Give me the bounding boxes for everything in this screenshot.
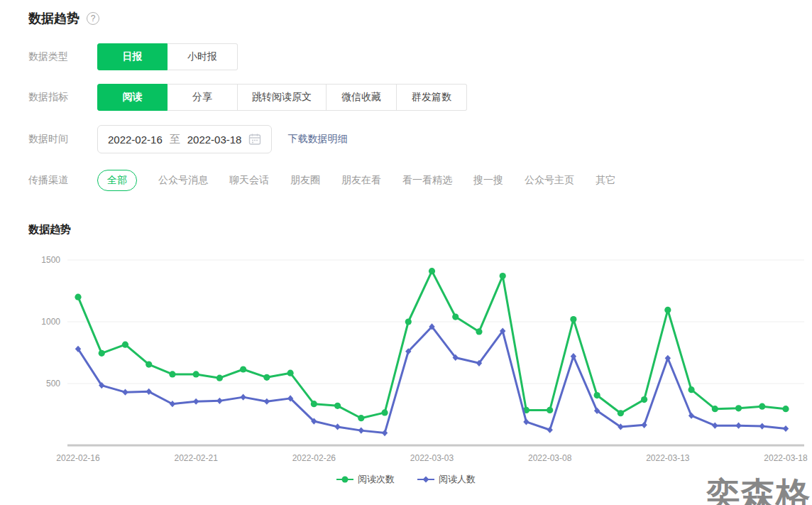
time-row: 数据时间 2022-02-16 至 2022-03-18 下载数据明细 [28, 125, 347, 153]
svg-text:2022-03-03: 2022-03-03 [410, 453, 454, 463]
data-type-hourly-button[interactable]: 小时报 [168, 43, 238, 70]
svg-text:2022-02-21: 2022-02-21 [174, 453, 218, 463]
svg-text:500: 500 [46, 379, 60, 389]
metric-button-group: 阅读 分享 跳转阅读原文 微信收藏 群发篇数 [97, 84, 467, 111]
channel-chat-session[interactable]: 聊天会话 [229, 174, 269, 187]
svg-text:2022-02-16: 2022-02-16 [56, 453, 100, 463]
data-type-label: 数据类型 [28, 50, 97, 63]
calendar-icon[interactable] [248, 133, 261, 146]
chart-legend: 阅读次数 阅读人数 [0, 473, 812, 486]
channel-top-stories[interactable]: 看一看精选 [402, 174, 452, 187]
channel-all[interactable]: 全部 [97, 170, 137, 191]
data-trends-page: 数据趋势 ? 数据类型 日报 小时报 数据指标 阅读 分享 跳转阅读原文 微信收… [0, 0, 812, 505]
channel-friends-watching[interactable]: 朋友在看 [341, 174, 381, 187]
page-header: 数据趋势 ? [28, 10, 99, 27]
data-type-daily-button[interactable]: 日报 [97, 43, 168, 70]
svg-text:1000: 1000 [41, 317, 60, 327]
channel-official-account-message[interactable]: 公众号消息 [158, 174, 208, 187]
channel-filter-list: 全部 公众号消息 聊天会话 朋友圈 朋友在看 看一看精选 搜一搜 公众号主页 其… [97, 170, 615, 191]
legend-marker-diamond [417, 475, 434, 484]
metric-row: 数据指标 阅读 分享 跳转阅读原文 微信收藏 群发篇数 [28, 84, 467, 111]
channel-row: 传播渠道 全部 公众号消息 聊天会话 朋友圈 朋友在看 看一看精选 搜一搜 公众… [28, 170, 615, 191]
data-type-row: 数据类型 日报 小时报 [28, 43, 238, 70]
svg-text:2022-02-26: 2022-02-26 [292, 453, 336, 463]
watermark-logo: 奕森格 [706, 478, 811, 505]
svg-text:2022-03-18: 2022-03-18 [764, 453, 808, 463]
channel-account-homepage[interactable]: 公众号主页 [525, 174, 574, 187]
channel-moments[interactable]: 朋友圈 [290, 174, 320, 187]
metric-share-button[interactable]: 分享 [168, 84, 238, 111]
date-range-picker[interactable]: 2022-02-16 至 2022-03-18 [97, 125, 272, 153]
svg-text:2022-03-08: 2022-03-08 [528, 453, 572, 463]
channel-other[interactable]: 其它 [596, 174, 615, 187]
metric-jump-original-button[interactable]: 跳转阅读原文 [238, 84, 327, 111]
metric-label: 数据指标 [28, 91, 97, 104]
date-separator: 至 [170, 133, 180, 146]
trend-line-chart[interactable]: 500100015002022-02-162022-02-212022-02-2… [0, 245, 812, 469]
data-type-button-group: 日报 小时报 [97, 43, 238, 70]
help-icon[interactable]: ? [87, 12, 99, 25]
legend-marker-circle [336, 475, 353, 484]
date-end[interactable]: 2022-03-18 [187, 134, 242, 146]
download-data-link[interactable]: 下载数据明细 [287, 133, 347, 146]
channel-search[interactable]: 搜一搜 [473, 174, 503, 187]
legend-item-read-count[interactable]: 阅读次数 [336, 473, 395, 486]
metric-wechat-favorite-button[interactable]: 微信收藏 [327, 84, 397, 111]
metric-read-button[interactable]: 阅读 [97, 84, 168, 111]
page-title: 数据趋势 [28, 10, 79, 27]
legend-label-read-count: 阅读次数 [358, 473, 395, 486]
svg-text:1500: 1500 [41, 255, 60, 265]
channel-label: 传播渠道 [28, 174, 97, 187]
svg-text:2022-03-13: 2022-03-13 [646, 453, 690, 463]
legend-label-reader-count: 阅读人数 [439, 473, 476, 486]
time-label: 数据时间 [28, 133, 97, 146]
chart-section-title: 数据趋势 [28, 223, 71, 237]
date-start[interactable]: 2022-02-16 [108, 134, 163, 146]
legend-item-reader-count[interactable]: 阅读人数 [417, 473, 476, 486]
metric-mass-send-count-button[interactable]: 群发篇数 [397, 84, 467, 111]
